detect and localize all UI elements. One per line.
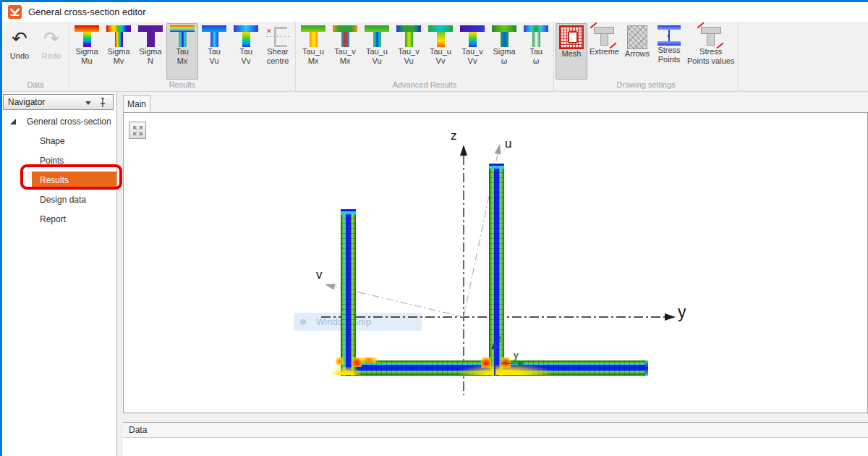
tau-v-mx-button[interactable]: Tau_vMx	[329, 23, 361, 80]
sigma-n-button-label: SigmaN	[139, 47, 161, 66]
sigma-mu-icon	[75, 25, 99, 47]
shear-centre-icon	[266, 25, 289, 47]
tau-v-vv-icon	[460, 25, 485, 47]
section-axes-marker	[124, 113, 867, 413]
ribbon-group-label-results: Results	[71, 80, 294, 91]
ribbon: UndoRedoDataSigmaMuSigmaMvSigmaNTauMxTau…	[2, 22, 868, 92]
tab-strip: Main	[123, 93, 868, 112]
drawing-canvas[interactable]: Window Snip z u v y z y	[123, 112, 868, 413]
marker-label-y: y	[514, 350, 519, 360]
tau-vu-button[interactable]: TauVu	[198, 23, 230, 80]
shear-centre-button[interactable]: Shearcentre	[262, 23, 294, 80]
tau-v-mx-button-label: Tau_vMx	[334, 47, 355, 66]
sigma-mu-button-label: SigmaMu	[75, 47, 98, 66]
nav-item-label: General cross-section	[27, 117, 111, 127]
undo-button-label: Undo	[10, 51, 29, 61]
pin-icon[interactable]	[98, 98, 107, 110]
tau-u-mx-button-label: Tau_uMx	[302, 47, 324, 66]
axis-label-u: u	[505, 137, 511, 151]
ribbon-group-label-advanced-results: Advanced Results	[297, 80, 552, 91]
tau-u-vu-button[interactable]: Tau_uVu	[361, 23, 393, 80]
nav-item-label: Points	[40, 156, 64, 166]
nav-item-report[interactable]: Report	[2, 209, 116, 229]
ribbon-group-drawing-settings: MeshExtremeArrowsStressPointsStressPoint…	[554, 22, 739, 91]
redo-button[interactable]: Redo	[35, 23, 67, 80]
tau-omega-icon	[524, 25, 548, 47]
data-panel-title: Data	[129, 425, 147, 435]
tau-vu-icon	[202, 25, 226, 47]
ribbon-group-results: SigmaMuSigmaMvSigmaNTauMxTauVuTauVvShear…	[69, 22, 296, 91]
stress-points-values-button-label: StressPoints values	[687, 47, 734, 66]
fit-view-button[interactable]	[129, 122, 146, 139]
ribbon-group-label-drawing-settings: Drawing settings	[556, 80, 736, 91]
mesh-icon	[559, 25, 584, 49]
stress-points-values-button[interactable]: StressPoints values	[685, 23, 736, 80]
tau-v-mx-icon	[333, 25, 357, 47]
sigma-mu-button[interactable]: SigmaMu	[71, 23, 103, 80]
axis-label-y: y	[678, 303, 686, 322]
tau-vv-button-label: TauVv	[239, 47, 252, 66]
navigator-tree: General cross-sectionShapePointsResultsD…	[2, 111, 116, 229]
data-panel-header[interactable]: Data	[123, 422, 868, 438]
redo-icon	[43, 25, 59, 51]
tau-u-mx-button[interactable]: Tau_uMx	[297, 23, 329, 80]
tau-vv-icon	[234, 25, 258, 47]
mesh-button-label: Mesh	[562, 49, 582, 59]
tau-u-vv-icon	[428, 25, 453, 47]
nav-item-general-cross-section[interactable]: General cross-section	[2, 111, 116, 131]
arrows-button-label: Arrows	[625, 49, 650, 59]
tau-u-vu-icon	[365, 25, 389, 47]
tau-omega-button-label: Tauω	[529, 47, 542, 66]
undo-button[interactable]: Undo	[4, 23, 35, 80]
sigma-omega-button-label: Sigmaω	[493, 47, 515, 66]
tree-expand-icon[interactable]	[10, 119, 16, 124]
extreme-button-label: Extreme	[590, 47, 619, 56]
nav-item-shape[interactable]: Shape	[2, 131, 116, 151]
sigma-mv-button[interactable]: SigmaMv	[103, 23, 135, 80]
nav-item-label: Shape	[40, 136, 65, 146]
navigator-panel: Navigator General cross-sectionShapePoin…	[2, 93, 116, 456]
tau-u-mx-icon	[301, 25, 326, 47]
tau-mx-button[interactable]: TauMx	[166, 23, 198, 80]
undo-icon	[12, 25, 27, 51]
tau-mx-icon	[170, 25, 195, 47]
tab-main-label: Main	[127, 99, 146, 109]
sigma-omega-icon	[492, 25, 516, 47]
window-border-left	[0, 0, 2, 456]
tau-u-vv-button[interactable]: Tau_uVv	[425, 23, 456, 80]
window-border-top	[0, 0, 868, 2]
ribbon-group-label-data: Data	[4, 80, 67, 91]
tau-u-vu-button-label: Tau_uVu	[366, 47, 388, 66]
sigma-mv-icon	[106, 25, 131, 47]
window-title: General cross-section editor	[28, 7, 146, 17]
chevron-down-icon[interactable]	[85, 101, 91, 105]
arrows-button[interactable]: Arrows	[621, 23, 653, 80]
extreme-button[interactable]: Extreme	[587, 23, 621, 80]
app-logo-icon	[8, 5, 22, 19]
tau-vv-button[interactable]: TauVv	[230, 23, 262, 80]
marker-label-z: z	[497, 334, 501, 344]
axis-label-z: z	[451, 129, 457, 143]
nav-item-results[interactable]: Results	[2, 170, 116, 190]
sigma-mv-button-label: SigmaMv	[107, 47, 129, 66]
tau-v-vv-button-label: Tau_vVv	[461, 47, 482, 66]
sigma-n-button[interactable]: SigmaN	[135, 23, 166, 80]
tau-omega-button[interactable]: Tauω	[520, 23, 552, 80]
tau-vu-button-label: TauVu	[208, 47, 221, 66]
stress-points-button[interactable]: StressPoints	[653, 23, 685, 80]
sigma-omega-button[interactable]: Sigmaω	[488, 23, 520, 80]
stress-points-icon	[658, 25, 681, 46]
nav-item-label: Results	[40, 175, 69, 185]
tab-main[interactable]: Main	[123, 95, 150, 112]
extreme-icon	[592, 25, 616, 47]
nav-item-points[interactable]: Points	[2, 151, 116, 170]
mesh-button[interactable]: Mesh	[556, 23, 587, 80]
nav-item-label: Design data	[40, 195, 86, 205]
tau-v-vv-button[interactable]: Tau_vVv	[456, 23, 488, 80]
nav-item-design-data[interactable]: Design data	[2, 190, 116, 209]
shear-centre-button-label: Shearcentre	[267, 47, 289, 66]
tau-mx-button-label: TauMx	[176, 47, 189, 66]
tau-v-vu-button[interactable]: Tau_vVu	[393, 23, 425, 80]
sigma-n-icon	[138, 25, 163, 47]
navigator-header[interactable]: Navigator	[3, 94, 114, 110]
